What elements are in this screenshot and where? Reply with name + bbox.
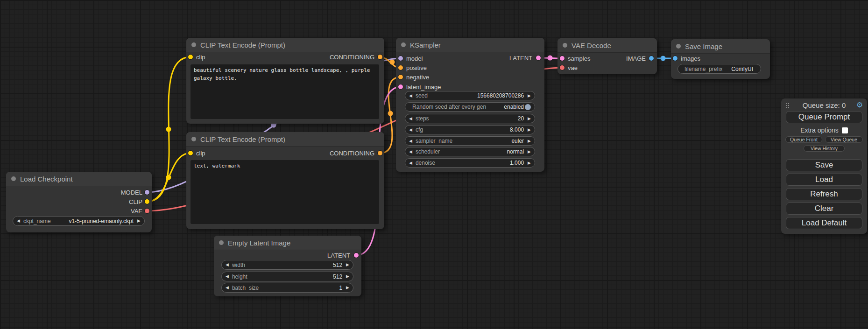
denoise-widget[interactable]: ◀ denoise 1.000 ▶ bbox=[405, 158, 535, 168]
height-widget[interactable]: ◀ height 512 ▶ bbox=[221, 272, 353, 281]
queue-prompt-button[interactable]: Queue Prompt bbox=[786, 111, 862, 123]
output-slot-vae[interactable] bbox=[145, 209, 149, 213]
node-title-bar[interactable]: CLIP Text Encode (Prompt) bbox=[186, 132, 384, 147]
decrement-arrow-icon[interactable]: ◀ bbox=[226, 286, 229, 290]
load-button[interactable]: Load bbox=[786, 174, 862, 186]
refresh-button[interactable]: Refresh bbox=[786, 188, 862, 200]
input-slot-images[interactable] bbox=[673, 56, 677, 61]
cfg-widget[interactable]: ◀ cfg 8.000 ▶ bbox=[405, 125, 535, 134]
increment-arrow-icon[interactable]: ▶ bbox=[528, 128, 531, 132]
increment-arrow-icon[interactable]: ▶ bbox=[528, 150, 531, 154]
increment-arrow-icon[interactable]: ▶ bbox=[346, 263, 349, 267]
link-midpoint-dot bbox=[388, 111, 393, 116]
collapse-dot-icon[interactable] bbox=[11, 176, 16, 181]
prompt-textarea[interactable]: beautiful scenery nature glass bottle la… bbox=[191, 64, 379, 119]
decrement-arrow-icon[interactable]: ◀ bbox=[409, 128, 412, 132]
node-clip-text-encode-positive[interactable]: CLIP Text Encode (Prompt) clip CONDITION… bbox=[186, 38, 384, 124]
node-graph-canvas[interactable]: Load Checkpoint MODEL CLIP VAE ◀ ckpt_na… bbox=[0, 0, 868, 329]
filename-prefix-widget[interactable]: filename_prefix ComfyUI bbox=[677, 64, 761, 74]
random-seed-toggle-widget[interactable]: Random seed after every gen enabled bbox=[405, 102, 535, 112]
toggle-enabled-icon[interactable] bbox=[525, 104, 531, 110]
input-slot-positive[interactable] bbox=[398, 65, 403, 70]
batch-size-widget[interactable]: ◀ batch_size 1 ▶ bbox=[221, 283, 353, 293]
increment-arrow-icon[interactable]: ▶ bbox=[346, 274, 349, 279]
steps-widget[interactable]: ◀ steps 20 ▶ bbox=[405, 114, 535, 123]
collapse-dot-icon[interactable] bbox=[191, 42, 196, 47]
input-slot-samples[interactable] bbox=[560, 56, 565, 61]
node-title-bar[interactable]: KSampler bbox=[396, 38, 544, 52]
output-slot-conditioning[interactable] bbox=[378, 55, 382, 59]
node-title-bar[interactable]: CLIP Text Encode (Prompt) bbox=[186, 38, 384, 52]
scheduler-widget[interactable]: ◀ scheduler normal ▶ bbox=[405, 147, 535, 156]
decrement-arrow-icon[interactable]: ◀ bbox=[409, 161, 412, 165]
output-slot-latent[interactable] bbox=[354, 253, 359, 258]
collapse-dot-icon[interactable] bbox=[563, 43, 567, 48]
collapse-dot-icon[interactable] bbox=[191, 137, 196, 141]
decrement-arrow-icon[interactable]: ◀ bbox=[226, 274, 229, 279]
node-save-image[interactable]: Save Image images filename_prefix ComfyU… bbox=[671, 39, 770, 79]
increment-arrow-icon[interactable]: ▶ bbox=[137, 219, 141, 223]
decrement-arrow-icon[interactable]: ◀ bbox=[226, 263, 229, 267]
increment-arrow-icon[interactable]: ▶ bbox=[528, 161, 531, 165]
view-queue-button[interactable]: View Queue bbox=[825, 136, 863, 143]
node-title-bar[interactable]: Load Checkpoint bbox=[6, 172, 152, 186]
decrement-arrow-icon[interactable]: ◀ bbox=[409, 117, 412, 121]
input-slot-latent-image[interactable] bbox=[398, 84, 403, 89]
output-slot-latent[interactable] bbox=[536, 56, 541, 60]
node-title: KSampler bbox=[410, 41, 441, 49]
node-title-bar[interactable]: Save Image bbox=[671, 39, 770, 54]
input-slot-clip[interactable] bbox=[188, 55, 193, 59]
node-title-bar[interactable]: Empty Latent Image bbox=[214, 236, 361, 250]
node-empty-latent-image[interactable]: Empty Latent Image LATENT ◀ width 512 ▶ … bbox=[214, 236, 361, 296]
node-clip-text-encode-negative[interactable]: CLIP Text Encode (Prompt) clip CONDITION… bbox=[186, 132, 384, 229]
load-default-button[interactable]: Load Default bbox=[786, 217, 862, 229]
collapse-dot-icon[interactable] bbox=[219, 240, 224, 245]
node-load-checkpoint[interactable]: Load Checkpoint MODEL CLIP VAE ◀ ckpt_na… bbox=[6, 172, 152, 232]
view-history-button[interactable]: View History bbox=[804, 145, 845, 152]
queue-panel[interactable]: Queue size: 0 ⚙ Queue Prompt Extra optio… bbox=[781, 98, 867, 234]
input-slot-negative[interactable] bbox=[398, 75, 403, 79]
increment-arrow-icon[interactable]: ▶ bbox=[346, 286, 349, 290]
seed-widget[interactable]: ◀ seed 156680208700286 ▶ bbox=[405, 91, 535, 100]
input-label-vae: vae bbox=[568, 64, 578, 71]
widget-label: cfg bbox=[416, 126, 423, 133]
prompt-textarea[interactable]: text, watermark bbox=[191, 160, 379, 224]
input-label-latent-image: latent_image bbox=[406, 84, 441, 91]
ckpt-name-widget[interactable]: ◀ ckpt_name v1-5-pruned-emaonly.ckpt ▶ bbox=[13, 216, 145, 226]
increment-arrow-icon[interactable]: ▶ bbox=[528, 117, 531, 121]
decrement-arrow-icon[interactable]: ◀ bbox=[409, 94, 412, 98]
node-title: Load Checkpoint bbox=[20, 175, 73, 183]
output-label-conditioning: CONDITIONING bbox=[330, 54, 374, 61]
gear-icon[interactable]: ⚙ bbox=[856, 100, 863, 109]
decrement-arrow-icon[interactable]: ◀ bbox=[409, 139, 412, 143]
collapse-dot-icon[interactable] bbox=[676, 44, 681, 49]
input-slot-clip[interactable] bbox=[188, 151, 193, 155]
input-slot-vae[interactable] bbox=[560, 65, 565, 70]
increment-arrow-icon[interactable]: ▶ bbox=[528, 94, 531, 98]
queue-front-button[interactable]: Queue Front bbox=[785, 136, 822, 143]
decrement-arrow-icon[interactable]: ◀ bbox=[17, 219, 20, 223]
width-widget[interactable]: ◀ width 512 ▶ bbox=[221, 260, 353, 270]
increment-arrow-icon[interactable]: ▶ bbox=[528, 139, 531, 143]
node-title-bar[interactable]: VAE Decode bbox=[557, 38, 657, 53]
node-title: VAE Decode bbox=[572, 42, 611, 49]
clear-button[interactable]: Clear bbox=[786, 203, 862, 215]
node-ksampler[interactable]: KSampler model positive negative latent_… bbox=[396, 38, 544, 172]
output-slot-clip[interactable] bbox=[145, 199, 149, 204]
collapse-dot-icon[interactable] bbox=[401, 42, 406, 47]
node-vae-decode[interactable]: VAE Decode samples vae IMAGE bbox=[557, 38, 657, 74]
save-button[interactable]: Save bbox=[786, 159, 862, 171]
output-slot-model[interactable] bbox=[145, 190, 149, 195]
decrement-arrow-icon[interactable]: ◀ bbox=[409, 150, 412, 154]
link-midpoint-dot bbox=[548, 56, 553, 61]
output-slot-conditioning[interactable] bbox=[378, 151, 382, 155]
output-label-model: MODEL bbox=[121, 189, 142, 196]
widget-value: v1-5-pruned-emaonly.ckpt bbox=[69, 218, 134, 224]
output-slot-image[interactable] bbox=[649, 56, 654, 61]
widget-label: filename_prefix bbox=[685, 66, 722, 72]
widget-value: 1.000 bbox=[510, 160, 524, 166]
widget-value: ComfyUI bbox=[731, 66, 753, 72]
extra-options-checkbox[interactable] bbox=[842, 127, 848, 133]
sampler-name-widget[interactable]: ◀ sampler_name euler ▶ bbox=[405, 136, 535, 146]
input-slot-model[interactable] bbox=[398, 56, 403, 61]
